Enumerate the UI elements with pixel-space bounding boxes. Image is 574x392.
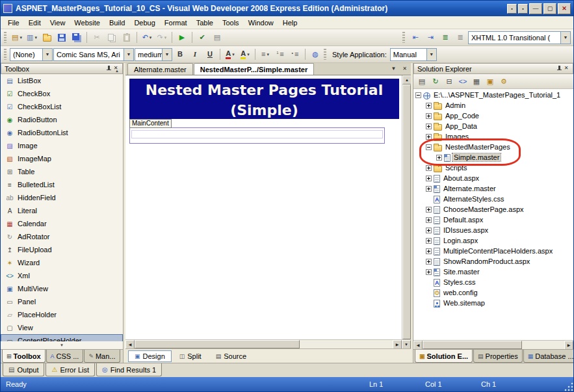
toolbar-grip[interactable] — [324, 49, 326, 60]
new-web-site-button[interactable]: ▤ — [10, 31, 24, 44]
tree-expander-icon[interactable] — [426, 103, 432, 109]
toolbox-item-wizard[interactable]: ✶ Wizard — [1, 256, 123, 269]
toolbox-item-radiobutton[interactable]: ◉ RadioButton — [1, 113, 123, 126]
design-view-button[interactable]: ▣ Design — [128, 350, 172, 362]
scrollbar-thumb[interactable] — [423, 341, 522, 349]
se-refresh-button[interactable]: ↻ — [429, 75, 442, 88]
content-placeholder-box[interactable] — [129, 127, 385, 144]
underline-button[interactable]: U — [203, 47, 217, 61]
menu-website[interactable]: Website — [70, 18, 105, 28]
tree-item-alternate-master[interactable]: Alternate.master — [413, 183, 573, 194]
toolbar-button[interactable] — [220, 49, 220, 60]
unordered-list-button[interactable]: ≡ — [288, 47, 302, 61]
toolbox-item-radiobuttonlist[interactable]: ◉ RadioButtonList — [1, 126, 123, 139]
font-name-combo[interactable]: Comic Sans MS, Ari ▼ — [53, 48, 134, 61]
auto-hide-pin-button[interactable] — [551, 64, 560, 73]
toolbox-item-checkbox[interactable]: ☑ CheckBox — [1, 87, 123, 100]
cut-button[interactable]: ✂ — [90, 31, 104, 44]
menu-file[interactable]: File — [3, 18, 24, 28]
style-application-combo[interactable]: Manual ▼ — [390, 48, 437, 61]
toolbox-item-table[interactable]: ⊞ Table — [1, 165, 123, 178]
paste-button[interactable] — [120, 31, 134, 44]
toolbox-item-view[interactable]: ▢ View — [1, 321, 123, 334]
tree-expander-icon[interactable] — [426, 165, 432, 171]
decrease-indent-button[interactable]: ⇤ — [408, 31, 423, 44]
menu-format[interactable]: Format — [160, 18, 192, 28]
tree-expander-icon[interactable] — [426, 207, 432, 213]
redo-button[interactable]: ↷ — [155, 31, 169, 44]
menu-help[interactable]: Help — [278, 18, 302, 28]
toolbar-button[interactable] — [192, 32, 192, 43]
tab-solution-explorer[interactable]: ▣ Solution E... — [415, 350, 473, 363]
tab-css-properties[interactable]: A CSS ... — [46, 350, 84, 363]
solution-horizontal-scrollbar[interactable]: ◀ ▶ — [413, 340, 573, 349]
se-properties-button[interactable]: ▤ — [415, 75, 428, 88]
design-view[interactable]: Nested Master Pages Tutorial (Simple) Ma… — [125, 75, 402, 339]
tree-item-web-config[interactable]: web.config — [413, 287, 573, 298]
menu-build[interactable]: Build — [105, 18, 129, 28]
toolbox-item-panel[interactable]: ▭ Panel — [1, 295, 123, 308]
tab-manage-styles[interactable]: ✎ Man... — [84, 350, 120, 363]
se-view-designer-button[interactable]: ▦ — [470, 75, 483, 88]
close-document-button[interactable]: ✕ — [400, 64, 410, 73]
toolbox-item-bulletedlist[interactable]: ≡ BulletedList — [1, 178, 123, 191]
tab-output[interactable]: ▤ Output — [3, 363, 44, 376]
save-all-button[interactable] — [70, 31, 84, 44]
active-files-dropdown-button[interactable]: ▼ — [389, 64, 398, 73]
menu-window[interactable]: Window — [244, 18, 278, 28]
scroll-right-icon[interactable]: ▶ — [564, 341, 573, 350]
tree-expander-icon[interactable] — [426, 134, 432, 140]
solution-explorer-close-button[interactable]: ✕ — [562, 64, 571, 73]
editor-vertical-scrollbar[interactable]: ▲ — [402, 75, 411, 339]
tree-expander-icon[interactable] — [426, 269, 432, 275]
tree-item-login-aspx[interactable]: Login.aspx — [413, 235, 573, 246]
tree-expander-icon[interactable] — [426, 124, 432, 129]
menu-edit[interactable]: Edit — [24, 18, 46, 28]
toolbox-item-xml[interactable]: <> Xml — [1, 269, 123, 282]
tree-item-web-sitemap[interactable]: Web.sitemap — [413, 298, 573, 308]
menu-tools[interactable]: Tools — [218, 18, 244, 28]
scroll-up-icon[interactable]: ▲ — [402, 75, 411, 85]
toolbar-button[interactable] — [305, 49, 306, 60]
hyperlink-button[interactable]: ◍ — [308, 47, 322, 61]
maximize-button[interactable]: ▢ — [543, 3, 556, 14]
tree-item-styles-css[interactable]: Styles.css — [413, 277, 573, 287]
scrollbar-thumb[interactable] — [402, 85, 411, 339]
toolbox-item-imagemap[interactable]: ▧ ImageMap — [1, 152, 123, 165]
tree-item-about-aspx[interactable]: About.aspx — [413, 173, 573, 183]
minimize-button[interactable]: — — [529, 3, 542, 14]
uncomment-button[interactable]: ≣ — [453, 31, 467, 44]
tree-item-idissues-aspx[interactable]: IDIssues.aspx — [413, 225, 573, 235]
toolbar-grip[interactable] — [4, 32, 7, 43]
tab-toolbox[interactable]: ⊞ Toolbox — [2, 350, 46, 363]
toolbar-button[interactable] — [86, 32, 87, 43]
tree-item-app-code[interactable]: App_Code — [413, 111, 573, 121]
menu-view[interactable]: View — [46, 18, 70, 28]
check-page-button[interactable]: ✔ — [195, 31, 209, 44]
menu-debug[interactable]: Debug — [129, 18, 159, 28]
source-view-button[interactable]: ▤ Source — [209, 350, 253, 362]
scroll-left-icon[interactable]: ◀ — [413, 341, 423, 350]
scroll-left-icon[interactable]: ◀ — [125, 340, 135, 349]
tab-database-explorer[interactable]: ▦ Database ... — [523, 350, 574, 363]
toolbox-item-hiddenfield[interactable]: ab HiddenField — [1, 191, 123, 204]
scroll-down-icon[interactable]: ▼ — [402, 340, 411, 349]
comment-button[interactable]: ≣ — [438, 31, 452, 44]
tab-properties[interactable]: ▤ Properties — [473, 350, 523, 363]
toolbox-item-multiview[interactable]: ▣ MultiView — [1, 282, 123, 295]
toolbox-item-fileupload[interactable]: ↥ FileUpload — [1, 243, 123, 256]
tree-item-app-data[interactable]: App_Data — [413, 121, 573, 131]
ordered-list-button[interactable]: ≡ — [273, 47, 287, 61]
tree-expander-icon[interactable] — [426, 176, 432, 181]
editor-horizontal-scrollbar[interactable]: ◀ ▶ ▼ — [125, 339, 411, 348]
titlebar-extra-button-2[interactable]: ▪ — [518, 4, 528, 14]
tree-expander-icon[interactable] — [426, 228, 432, 233]
tree-expander-icon[interactable] — [426, 144, 432, 150]
tree-expander-icon[interactable] — [426, 238, 432, 244]
tree-item-choosemasterpage-aspx[interactable]: ChooseMasterPage.aspx — [413, 204, 573, 215]
auto-hide-pin-button[interactable] — [100, 64, 109, 73]
toolbox-scroll-up-button[interactable]: ▲ — [112, 67, 122, 75]
undo-button[interactable]: ↶ — [140, 31, 154, 44]
tree-item-root[interactable]: E:\...\ASPNET_MasterPages_Tutorial_1 — [413, 90, 573, 100]
tree-item-multiplecontentplaceholders-aspx[interactable]: MultipleContentPlaceHolders.aspx — [413, 246, 573, 256]
